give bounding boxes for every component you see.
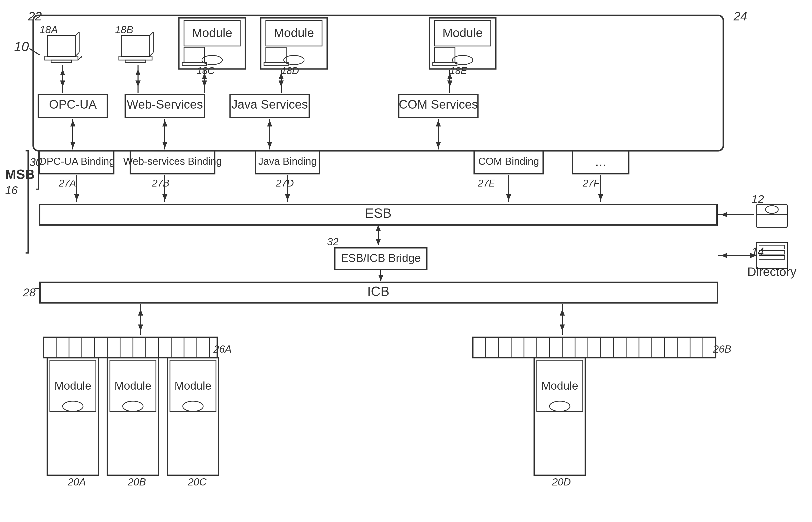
java-services-label: Java Services — [232, 98, 308, 111]
ref-27a: 27A — [59, 178, 76, 188]
msb-label: MSB — [5, 167, 35, 182]
ref-28-label: 28 — [23, 286, 36, 299]
svg-text:18B: 18B — [115, 24, 133, 35]
ref-22-label: 22 — [28, 9, 42, 23]
ellipsis-label: ... — [595, 154, 606, 169]
svg-text:18A: 18A — [40, 24, 58, 35]
msb-number: 16 — [5, 184, 18, 197]
opc-ua-binding-label: OPC-UA Binding — [39, 156, 115, 167]
ref-20d: 20D — [552, 476, 571, 487]
com-services-label: COM Services — [399, 98, 478, 111]
module-20a-label: Module — [55, 379, 91, 392]
svg-text:18C: 18C — [197, 65, 215, 76]
ref-20c: 20C — [187, 476, 207, 487]
ref-27f: 27F — [582, 178, 600, 188]
svg-text:Module: Module — [192, 26, 232, 40]
module-20c-label: Module — [175, 379, 211, 392]
directory-label: Directory — [747, 265, 796, 279]
java-binding-label: Java Binding — [258, 156, 317, 167]
svg-text:26A: 26A — [213, 343, 232, 355]
web-services-label: Web-Services — [127, 98, 203, 111]
architecture-diagram: 22 24 10 18A 18B Module — [0, 0, 812, 522]
ref-20a: 20A — [67, 476, 86, 487]
esb-icb-bridge-label: ESB/ICB Bridge — [341, 252, 421, 264]
svg-text:18D: 18D — [281, 65, 299, 76]
icb-label: ICB — [367, 284, 390, 299]
ref-24-label: 24 — [733, 9, 747, 23]
ref-27b: 27B — [152, 178, 170, 188]
ref-32-label: 32 — [327, 236, 339, 247]
svg-text:Module: Module — [274, 26, 314, 40]
esb-label: ESB — [365, 206, 392, 221]
ref-27d: 27D — [276, 178, 294, 188]
module-20d-label: Module — [541, 379, 578, 392]
module-20b-label: Module — [115, 379, 151, 392]
com-binding-label: COM Binding — [478, 156, 539, 167]
ref-20b: 20B — [127, 476, 146, 487]
web-services-binding-label: Web-services Binding — [123, 156, 222, 167]
ref-27e: 27E — [478, 178, 495, 188]
ref-12-label: 12 — [751, 193, 764, 205]
svg-text:Module: Module — [442, 26, 482, 40]
opc-ua-label: OPC-UA — [49, 98, 97, 111]
fig-number-label: 10 — [14, 39, 29, 54]
svg-text:18E: 18E — [450, 65, 467, 76]
